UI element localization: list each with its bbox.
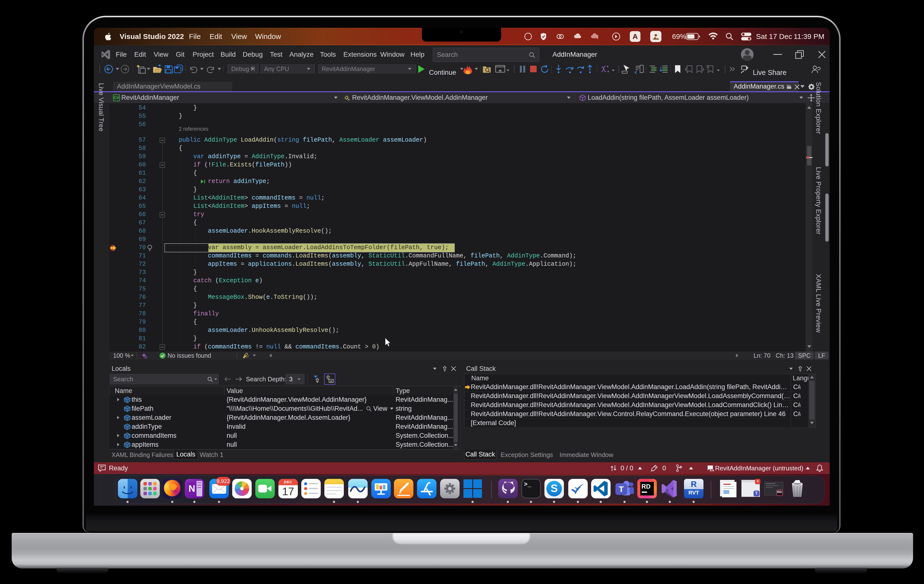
- svg-text:ab: ab: [330, 380, 333, 382]
